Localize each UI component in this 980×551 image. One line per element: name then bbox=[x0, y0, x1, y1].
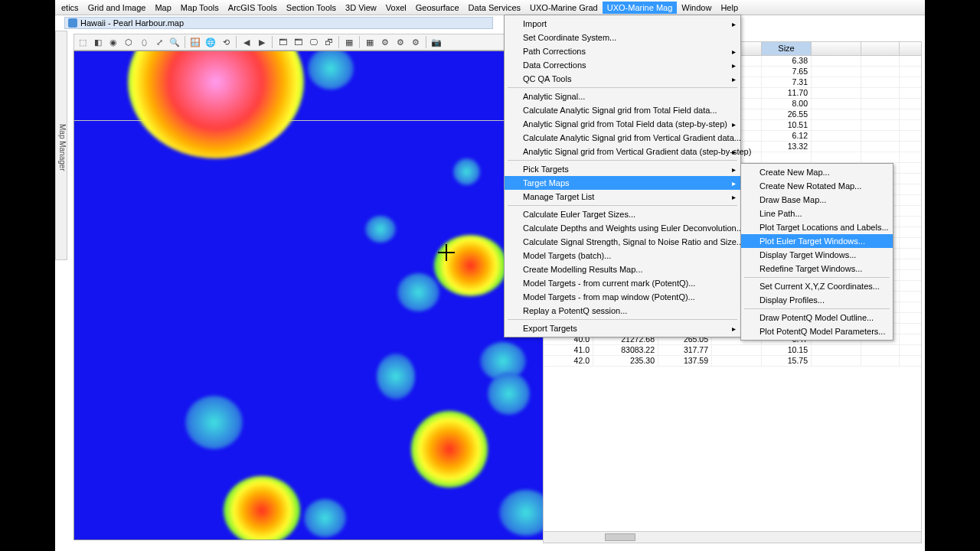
menu-item[interactable]: Create Modelling Results Map... bbox=[505, 262, 740, 276]
toolbar-button[interactable]: 🖵 bbox=[306, 35, 320, 49]
submenu-arrow-icon: ▸ bbox=[732, 75, 736, 83]
toolbar-button[interactable]: ◀ bbox=[240, 35, 253, 49]
submenu-arrow-icon: ▸ bbox=[732, 165, 736, 174]
menu-item[interactable]: Model Targets - from current mark (Poten… bbox=[505, 276, 740, 290]
menu-grid-and-image[interactable]: Grid and Image bbox=[83, 2, 151, 14]
anomaly-blob bbox=[308, 51, 354, 90]
menu-uxo-marine-mag[interactable]: UXO-Marine Mag bbox=[603, 2, 678, 14]
map-manager-sidebar[interactable]: Map Manager bbox=[55, 31, 67, 260]
menu-item[interactable]: Create New Map... bbox=[741, 165, 893, 179]
target-maps-submenu: Create New Map...Create New Rotated Map.… bbox=[740, 163, 893, 341]
menu-item[interactable]: Display Profiles... bbox=[741, 293, 893, 307]
menu-arcgis-tools[interactable]: ArcGIS Tools bbox=[224, 2, 282, 14]
anomaly-blob bbox=[304, 499, 346, 537]
menu-item[interactable]: Calculate Analytic Signal grid from Tota… bbox=[505, 103, 740, 117]
menu-item[interactable]: Export Targets▸ bbox=[505, 321, 740, 335]
menu-help[interactable]: Help bbox=[716, 2, 743, 14]
menu-item[interactable]: Analytic Signal grid from Vertical Gradi… bbox=[505, 145, 740, 158]
menu-item[interactable]: Manage Target List▸ bbox=[505, 190, 740, 204]
menu-voxel[interactable]: Voxel bbox=[381, 2, 411, 14]
toolbar-button[interactable]: ⚙ bbox=[378, 35, 392, 49]
menu-item[interactable]: QC QA Tools▸ bbox=[505, 72, 740, 86]
toolbar-button[interactable]: 🗔 bbox=[276, 35, 289, 49]
anomaly-blob bbox=[365, 216, 396, 243]
menu-item[interactable]: Set Current X,Y,Z Coordinates... bbox=[741, 279, 893, 293]
toolbar-button[interactable]: ⟲ bbox=[219, 35, 233, 49]
menu-item[interactable]: Create New Rotated Map... bbox=[741, 179, 893, 193]
menu-item[interactable]: Plot PotentQ Model Parameters... bbox=[741, 324, 893, 338]
toolbar-button[interactable]: ⚙ bbox=[409, 35, 423, 49]
menu-3d-view[interactable]: 3D View bbox=[341, 2, 381, 14]
toolbar-button[interactable]: ⤢ bbox=[152, 35, 166, 49]
menu-item[interactable]: Target Maps▸ bbox=[505, 176, 740, 190]
toolbar-button[interactable]: ◧ bbox=[91, 35, 105, 49]
menu-item[interactable]: Analytic Signal grid from Total Field da… bbox=[505, 117, 740, 131]
table-row[interactable]: 41.083083.22317.7710.15 bbox=[544, 345, 921, 356]
anomaly-blob bbox=[377, 354, 415, 399]
menu-item[interactable]: Data Corrections▸ bbox=[505, 58, 740, 72]
submenu-arrow-icon: ▸ bbox=[732, 47, 736, 56]
menu-item[interactable]: Pick Targets▸ bbox=[505, 162, 740, 176]
menu-item[interactable]: Replay a PotentQ session... bbox=[505, 304, 740, 318]
column-header[interactable] bbox=[861, 42, 900, 55]
submenu-arrow-icon: ▸ bbox=[732, 120, 736, 129]
menu-item[interactable]: Calculate Signal Strength, Signal to Noi… bbox=[505, 235, 740, 249]
anomaly-blob bbox=[453, 158, 480, 185]
menu-item[interactable]: Display Target Windows... bbox=[741, 248, 893, 262]
anomaly-blob bbox=[488, 373, 530, 415]
menu-uxo-marine-grad[interactable]: UXO-Marine Grad bbox=[525, 2, 603, 14]
toolbar-button[interactable]: ◉ bbox=[106, 35, 120, 49]
column-header-size[interactable]: Size bbox=[762, 42, 812, 55]
menu-item[interactable]: Draw PotentQ Model Outline... bbox=[741, 311, 893, 324]
submenu-arrow-icon: ▸ bbox=[732, 324, 736, 333]
menu-item[interactable]: Import▸ bbox=[505, 17, 740, 31]
menu-window[interactable]: Window bbox=[677, 2, 716, 14]
uxo-marine-mag-menu: Import▸Set Coordinate System...Path Corr… bbox=[504, 15, 741, 337]
menu-geosurface[interactable]: Geosurface bbox=[411, 2, 464, 14]
horizontal-scrollbar[interactable] bbox=[544, 531, 921, 543]
menu-item[interactable]: Plot Target Locations and Labels... bbox=[741, 220, 893, 234]
menu-section-tools[interactable]: Section Tools bbox=[282, 2, 341, 14]
toolbar-button[interactable]: ▦ bbox=[342, 35, 356, 49]
menu-etics[interactable]: etics bbox=[57, 2, 83, 14]
menu-item[interactable]: Plot Euler Target Windows... bbox=[741, 234, 893, 248]
toolbar-button[interactable]: 🔍 bbox=[168, 35, 181, 49]
scrollbar-thumb[interactable] bbox=[605, 533, 635, 541]
submenu-arrow-icon: ▸ bbox=[732, 61, 736, 70]
menu-item[interactable]: Model Targets (batch)... bbox=[505, 249, 740, 262]
toolbar-button[interactable]: ⚙ bbox=[394, 35, 407, 49]
menu-item[interactable]: Calculate Euler Target Sizes... bbox=[505, 207, 740, 221]
menu-item[interactable]: Path Corrections▸ bbox=[505, 44, 740, 58]
menu-item[interactable]: Analytic Signal... bbox=[505, 90, 740, 103]
anomaly-blob bbox=[397, 273, 439, 311]
toolbar-button[interactable]: 📷 bbox=[430, 35, 443, 49]
menu-map[interactable]: Map bbox=[150, 2, 175, 14]
toolbar-button[interactable]: ⬡ bbox=[122, 35, 136, 49]
anomaly-blob bbox=[224, 476, 300, 540]
toolbar-button[interactable]: ⬚ bbox=[76, 35, 90, 49]
menu-item[interactable]: Draw Base Map... bbox=[741, 193, 893, 207]
table-row[interactable]: 42.0235.30137.5915.75 bbox=[544, 356, 921, 367]
menubar: eticsGrid and ImageMapMap ToolsArcGIS To… bbox=[55, 0, 925, 15]
menu-map-tools[interactable]: Map Tools bbox=[176, 2, 224, 14]
toolbar-button[interactable]: 🪟 bbox=[188, 35, 202, 49]
submenu-arrow-icon: ▸ bbox=[732, 20, 736, 28]
document-title: Hawaii - Pearl Harbour.map bbox=[80, 18, 184, 28]
menu-item[interactable]: Calculate Analytic Signal grid from Vert… bbox=[505, 131, 740, 145]
menu-item[interactable]: Model Targets - from map window (PotentQ… bbox=[505, 290, 740, 304]
menu-data-services[interactable]: Data Services bbox=[464, 2, 525, 14]
map-viewport[interactable] bbox=[74, 51, 554, 540]
submenu-arrow-icon: ▸ bbox=[732, 193, 736, 201]
menu-item[interactable]: Line Path... bbox=[741, 207, 893, 220]
toolbar-button[interactable]: 🗗 bbox=[322, 35, 335, 49]
menu-item[interactable]: Redefine Target Windows... bbox=[741, 262, 893, 276]
toolbar-button[interactable]: ▶ bbox=[255, 35, 269, 49]
toolbar-button[interactable]: ▦ bbox=[363, 35, 377, 49]
column-header[interactable] bbox=[812, 42, 861, 55]
toolbar-button[interactable]: 🗔 bbox=[291, 35, 305, 49]
toolbar-button[interactable]: ⬯ bbox=[137, 35, 151, 49]
toolbar-button[interactable]: 🌐 bbox=[204, 35, 217, 49]
menu-item[interactable]: Set Coordinate System... bbox=[505, 31, 740, 44]
menu-item[interactable]: Calculate Depths and Weights using Euler… bbox=[505, 221, 740, 235]
map-toolbar: ⬚◧◉⬡⬯⤢🔍🪟🌐⟲◀▶🗔🗔🖵🗗▦▦⚙⚙⚙📷 bbox=[74, 34, 550, 51]
